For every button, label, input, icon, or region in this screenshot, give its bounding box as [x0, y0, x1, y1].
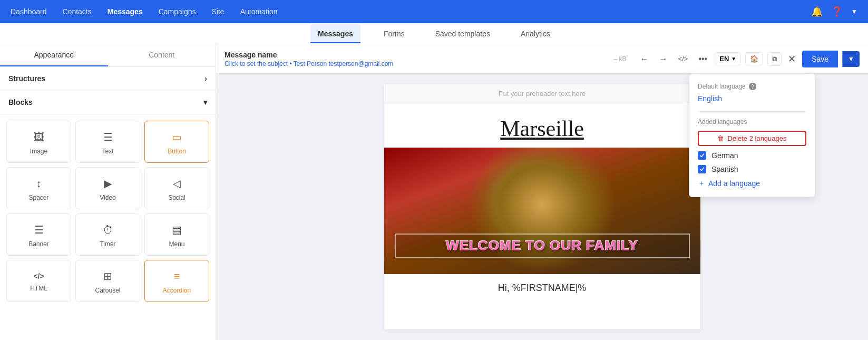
german-label: German [711, 151, 738, 160]
nav-site[interactable]: Site [212, 7, 225, 16]
spanish-checkbox[interactable] [698, 165, 706, 173]
language-selector[interactable]: EN ▼ [715, 52, 741, 65]
added-langs-label: Added languages [698, 118, 806, 125]
structures-section-header[interactable]: Structures › [0, 67, 216, 91]
menu-icon: ▤ [172, 224, 182, 236]
block-carousel[interactable]: ⊞ Carousel [75, 260, 140, 302]
subnav-messages[interactable]: Messages [310, 24, 360, 43]
block-menu[interactable]: ▤ Menu [144, 213, 209, 256]
lang-code-label: EN [719, 55, 729, 63]
spanish-label: Spanish [711, 165, 738, 173]
block-html[interactable]: </> HTML [6, 260, 71, 302]
email-header: Marseille [384, 103, 700, 148]
subnav-analytics[interactable]: Analytics [513, 24, 558, 43]
checkmark-icon [699, 153, 705, 158]
preheader-bar[interactable]: Put your preheader text here [384, 84, 700, 103]
blocks-label: Blocks [8, 98, 33, 106]
email-title: Marseille [393, 116, 692, 141]
nav-contacts[interactable]: Contacts [63, 7, 92, 16]
german-checkbox[interactable] [698, 151, 706, 160]
block-social[interactable]: ◁ Social [144, 167, 209, 209]
sub-navigation: Messages Forms Saved templates Analytics [0, 23, 868, 44]
structures-label: Structures [8, 74, 45, 83]
code-view-button[interactable]: </> [675, 53, 691, 65]
help-circle-icon[interactable]: ? [749, 83, 756, 90]
accordion-icon: ≡ [174, 270, 180, 283]
email-greeting: Hi, %FIRSTNAME|% [384, 274, 700, 302]
tab-appearance[interactable]: Appearance [0, 44, 108, 66]
language-item-spanish: Spanish [698, 165, 806, 173]
save-dropdown-button[interactable]: ▼ [842, 51, 860, 67]
block-timer[interactable]: ⏱ Timer [75, 213, 140, 256]
block-button[interactable]: ▭ Button [144, 121, 209, 163]
button-icon: ▭ [172, 131, 182, 143]
text-icon: ☰ [103, 131, 113, 143]
left-sidebar: Appearance Content Structures › Blocks ▾… [0, 44, 216, 340]
structures-expand-icon: › [204, 74, 207, 83]
file-size-label: – kB [614, 55, 627, 63]
email-hero: WELCOME TO OUR FAMILY [384, 148, 700, 274]
nav-campaigns[interactable]: Campaigns [159, 7, 196, 16]
block-banner[interactable]: ☰ Banner [6, 213, 71, 256]
subnav-forms[interactable]: Forms [376, 24, 412, 43]
welcome-overlay-text: WELCOME TO OUR FAMILY [395, 234, 690, 258]
nav-links: Dashboard Contacts Messages Campaigns Si… [11, 7, 277, 16]
html-icon: </> [33, 272, 44, 280]
test-send-button[interactable]: 🏠 [745, 52, 763, 65]
banner-icon: ☰ [34, 224, 44, 236]
blocks-collapse-icon: ▾ [203, 98, 207, 106]
delete-languages-button[interactable]: 🗑 Delete 2 languages [698, 131, 806, 146]
block-spacer[interactable]: ↕ Spacer [6, 167, 71, 209]
blocks-grid: 🖼 Image ☰ Text ▭ Button ↕ Spacer ▶ Video… [0, 114, 216, 308]
redo-button[interactable]: → [656, 52, 671, 66]
nav-messages[interactable]: Messages [108, 7, 143, 16]
add-language-button[interactable]: ＋ Add a language [698, 179, 760, 188]
blocks-section-header[interactable]: Blocks ▾ [0, 91, 216, 114]
duplicate-button[interactable]: ⧉ [767, 52, 782, 66]
block-carousel-label: Carousel [95, 287, 120, 294]
recipient-info: • Test Person testperson@gmail.com [289, 60, 393, 67]
undo-button[interactable]: ← [637, 52, 652, 66]
block-spacer-label: Spacer [28, 194, 48, 201]
add-lang-label: Add a language [708, 179, 760, 188]
subnav-saved-templates[interactable]: Saved templates [428, 24, 498, 43]
nav-automation[interactable]: Automation [240, 7, 278, 16]
block-video-label: Video [100, 194, 115, 201]
more-options-button[interactable]: ••• [695, 52, 710, 66]
close-button[interactable]: ✕ [786, 51, 798, 67]
block-accordion[interactable]: ≡ Accordion [144, 260, 209, 302]
user-menu-chevron[interactable]: ▼ [851, 8, 857, 15]
lang-chevron-icon: ▼ [731, 56, 736, 62]
bell-icon[interactable]: 🔔 [811, 6, 823, 17]
default-lang-section: Default language ? [698, 83, 806, 90]
block-text[interactable]: ☰ Text [75, 121, 140, 163]
block-video[interactable]: ▶ Video [75, 167, 140, 209]
block-image[interactable]: 🖼 Image [6, 121, 71, 163]
help-icon[interactable]: ❓ [831, 6, 843, 17]
trash-icon: 🗑 [717, 134, 724, 142]
message-subject: Click to set the subject • Test Person t… [225, 60, 608, 67]
default-lang-value[interactable]: English [698, 94, 806, 103]
default-lang-label: Default language [698, 83, 746, 90]
social-icon: ◁ [173, 177, 181, 190]
block-accordion-label: Accordion [163, 287, 191, 294]
email-canvas: Put your preheader text here Marseille W… [384, 84, 700, 329]
language-item-german: German [698, 151, 806, 160]
message-name[interactable]: Message name [225, 51, 608, 59]
tab-content[interactable]: Content [108, 44, 216, 66]
block-image-label: Image [30, 148, 47, 155]
block-social-label: Social [168, 194, 186, 201]
nav-dashboard[interactable]: Dashboard [11, 7, 47, 16]
subject-click-label[interactable]: Click to set the subject [225, 60, 288, 67]
divider [698, 111, 806, 112]
main-layout: Appearance Content Structures › Blocks ▾… [0, 44, 868, 340]
toolbar-actions: ← → </> ••• EN ▼ 🏠 ⧉ ✕ Save ▼ [637, 51, 860, 67]
timer-icon: ⏱ [103, 224, 113, 236]
nav-right-actions: 🔔 ❓ ▼ [811, 6, 857, 17]
plus-icon: ＋ [698, 179, 705, 188]
top-navigation: Dashboard Contacts Messages Campaigns Si… [0, 0, 868, 23]
block-menu-label: Menu [169, 240, 184, 248]
block-html-label: HTML [30, 285, 47, 292]
checkmark-icon [699, 167, 705, 172]
save-button[interactable]: Save [802, 51, 838, 67]
